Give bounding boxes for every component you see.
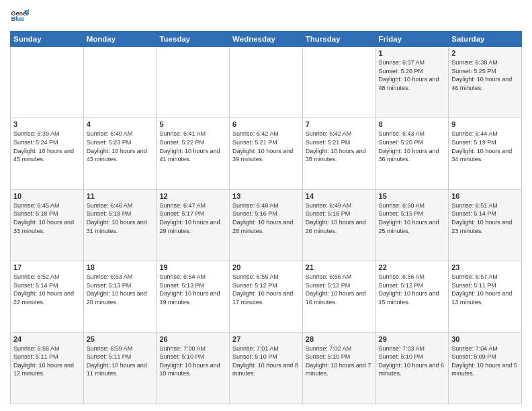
calendar-cell: 12Sunrise: 6:47 AM Sunset: 5:17 PM Dayli… [157,189,230,261]
day-info: Sunrise: 6:50 AM Sunset: 5:15 PM Dayligh… [379,201,446,235]
day-info: Sunrise: 6:46 AM Sunset: 5:18 PM Dayligh… [87,201,154,235]
calendar-cell: 26Sunrise: 7:00 AM Sunset: 5:10 PM Dayli… [157,332,230,404]
calendar-cell: 16Sunrise: 6:51 AM Sunset: 5:14 PM Dayli… [449,189,522,261]
calendar-cell: 19Sunrise: 6:54 AM Sunset: 5:13 PM Dayli… [157,261,230,332]
day-number: 24 [13,335,81,343]
day-info: Sunrise: 6:56 AM Sunset: 5:12 PM Dayligh… [379,273,446,306]
day-info: Sunrise: 6:54 AM Sunset: 5:13 PM Dayligh… [159,273,226,306]
weekday-header-wednesday: Wednesday [230,32,303,47]
calendar-cell: 7Sunrise: 6:42 AM Sunset: 5:21 PM Daylig… [302,118,375,189]
calendar-week-1: 1Sunrise: 6:37 AM Sunset: 5:26 PM Daylig… [11,47,522,118]
day-number: 13 [232,192,300,200]
day-info: Sunrise: 6:42 AM Sunset: 5:21 PM Dayligh… [232,130,300,163]
day-info: Sunrise: 6:48 AM Sunset: 5:16 PM Dayligh… [232,201,300,235]
day-info: Sunrise: 7:02 AM Sunset: 5:10 PM Dayligh… [306,345,373,378]
day-number: 28 [306,335,373,343]
calendar-cell: 20Sunrise: 6:55 AM Sunset: 5:12 PM Dayli… [230,261,303,332]
calendar-cell [302,47,375,118]
calendar-cell [11,47,84,118]
day-number: 7 [306,120,373,128]
day-info: Sunrise: 6:53 AM Sunset: 5:13 PM Dayligh… [87,273,154,306]
day-number: 27 [232,335,300,343]
weekday-header-monday: Monday [83,32,157,47]
day-info: Sunrise: 6:49 AM Sunset: 5:16 PM Dayligh… [306,201,373,235]
svg-text:Blue: Blue [11,15,24,22]
day-number: 9 [451,120,519,128]
day-number: 18 [87,263,154,271]
calendar-cell: 29Sunrise: 7:03 AM Sunset: 5:10 PM Dayli… [375,332,449,404]
calendar-cell: 14Sunrise: 6:49 AM Sunset: 5:16 PM Dayli… [302,189,375,261]
day-info: Sunrise: 6:51 AM Sunset: 5:14 PM Dayligh… [451,201,519,235]
day-number: 23 [451,263,519,271]
calendar-week-4: 17Sunrise: 6:52 AM Sunset: 5:14 PM Dayli… [11,261,522,332]
day-number: 8 [379,120,446,128]
calendar-cell: 21Sunrise: 6:56 AM Sunset: 5:12 PM Dayli… [302,261,375,332]
weekday-header-sunday: Sunday [11,32,84,47]
day-info: Sunrise: 6:56 AM Sunset: 5:12 PM Dayligh… [306,273,373,306]
day-info: Sunrise: 6:52 AM Sunset: 5:14 PM Dayligh… [13,273,81,306]
day-number: 2 [451,49,519,57]
day-number: 29 [379,335,446,343]
day-info: Sunrise: 7:00 AM Sunset: 5:10 PM Dayligh… [159,345,226,378]
day-number: 22 [379,263,446,271]
day-number: 17 [13,263,81,271]
calendar-cell: 6Sunrise: 6:42 AM Sunset: 5:21 PM Daylig… [230,118,303,189]
day-number: 1 [379,49,446,57]
calendar-cell: 11Sunrise: 6:46 AM Sunset: 5:18 PM Dayli… [83,189,157,261]
day-number: 26 [159,335,226,343]
calendar-week-2: 3Sunrise: 6:39 AM Sunset: 5:24 PM Daylig… [11,118,522,189]
day-number: 3 [13,120,81,128]
day-number: 10 [13,192,81,200]
day-number: 12 [159,192,226,200]
day-info: Sunrise: 6:47 AM Sunset: 5:17 PM Dayligh… [159,201,226,235]
day-number: 5 [159,120,226,128]
calendar-week-5: 24Sunrise: 6:58 AM Sunset: 5:11 PM Dayli… [11,332,522,404]
calendar-cell: 18Sunrise: 6:53 AM Sunset: 5:13 PM Dayli… [83,261,157,332]
day-number: 25 [87,335,154,343]
calendar-cell: 23Sunrise: 6:57 AM Sunset: 5:11 PM Dayli… [449,261,522,332]
day-number: 30 [451,335,519,343]
weekday-header-thursday: Thursday [302,32,375,47]
day-number: 14 [306,192,373,200]
calendar-cell: 3Sunrise: 6:39 AM Sunset: 5:24 PM Daylig… [11,118,84,189]
weekday-header-friday: Friday [375,32,449,47]
day-info: Sunrise: 6:39 AM Sunset: 5:24 PM Dayligh… [13,130,81,163]
day-number: 4 [87,120,154,128]
day-info: Sunrise: 6:38 AM Sunset: 5:25 PM Dayligh… [451,58,519,92]
calendar-cell: 2Sunrise: 6:38 AM Sunset: 5:25 PM Daylig… [449,47,522,118]
day-number: 16 [451,192,519,200]
logo: General Blue [10,7,29,26]
calendar-table: SundayMondayTuesdayWednesdayThursdayFrid… [10,31,522,404]
calendar-cell: 1Sunrise: 6:37 AM Sunset: 5:26 PM Daylig… [375,47,449,118]
day-info: Sunrise: 6:58 AM Sunset: 5:11 PM Dayligh… [13,345,81,378]
weekday-header-saturday: Saturday [449,32,522,47]
day-info: Sunrise: 7:01 AM Sunset: 5:10 PM Dayligh… [232,345,300,378]
calendar-cell: 24Sunrise: 6:58 AM Sunset: 5:11 PM Dayli… [11,332,84,404]
calendar-cell: 27Sunrise: 7:01 AM Sunset: 5:10 PM Dayli… [230,332,303,404]
calendar-week-3: 10Sunrise: 6:45 AM Sunset: 5:18 PM Dayli… [11,189,522,261]
day-number: 6 [232,120,300,128]
calendar-cell: 15Sunrise: 6:50 AM Sunset: 5:15 PM Dayli… [375,189,449,261]
calendar-cell: 30Sunrise: 7:04 AM Sunset: 5:09 PM Dayli… [449,332,522,404]
page-header: General Blue [10,7,522,26]
day-info: Sunrise: 7:03 AM Sunset: 5:10 PM Dayligh… [379,345,446,378]
calendar-cell: 9Sunrise: 6:44 AM Sunset: 5:19 PM Daylig… [449,118,522,189]
calendar-cell [83,47,157,118]
day-info: Sunrise: 6:43 AM Sunset: 5:20 PM Dayligh… [379,130,446,163]
day-info: Sunrise: 6:40 AM Sunset: 5:23 PM Dayligh… [87,130,154,163]
day-info: Sunrise: 6:44 AM Sunset: 5:19 PM Dayligh… [451,130,519,163]
day-number: 15 [379,192,446,200]
weekday-header-row: SundayMondayTuesdayWednesdayThursdayFrid… [11,32,522,47]
calendar-cell: 25Sunrise: 6:59 AM Sunset: 5:11 PM Dayli… [83,332,157,404]
day-number: 19 [159,263,226,271]
calendar-cell [230,47,303,118]
day-info: Sunrise: 6:55 AM Sunset: 5:12 PM Dayligh… [232,273,300,306]
calendar-cell: 22Sunrise: 6:56 AM Sunset: 5:12 PM Dayli… [375,261,449,332]
calendar-cell: 5Sunrise: 6:41 AM Sunset: 5:22 PM Daylig… [157,118,230,189]
day-info: Sunrise: 6:37 AM Sunset: 5:26 PM Dayligh… [379,58,446,92]
day-info: Sunrise: 6:42 AM Sunset: 5:21 PM Dayligh… [306,130,373,163]
calendar-cell: 28Sunrise: 7:02 AM Sunset: 5:10 PM Dayli… [302,332,375,404]
day-number: 11 [87,192,154,200]
calendar-cell: 4Sunrise: 6:40 AM Sunset: 5:23 PM Daylig… [83,118,157,189]
calendar-cell: 17Sunrise: 6:52 AM Sunset: 5:14 PM Dayli… [11,261,84,332]
